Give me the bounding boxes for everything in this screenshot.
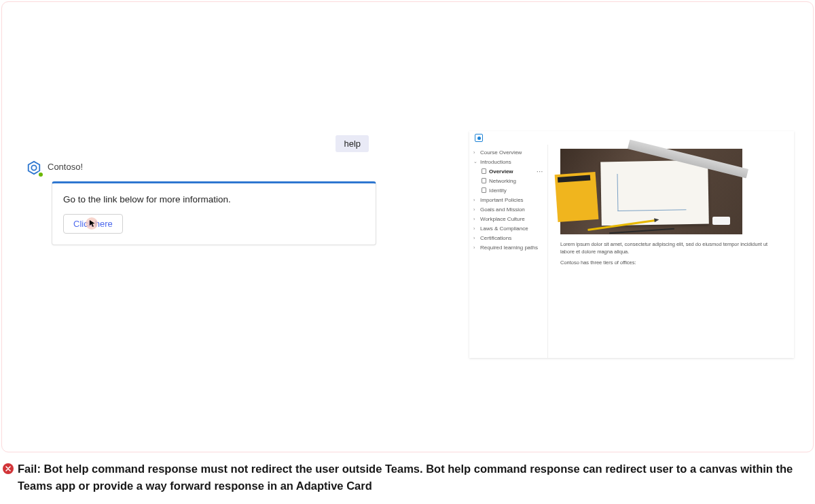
nav-item-networking[interactable]: Networking	[469, 176, 547, 185]
bot-header-row: Contoso!	[26, 160, 386, 176]
nav-item-identity[interactable]: Identity	[469, 185, 547, 195]
nav-item-important-policies[interactable]: ›Important Policies	[469, 195, 547, 204]
nav-item-label: Certifications	[480, 235, 511, 241]
chevron-right-icon: ›	[473, 245, 477, 250]
nav-item-label: Laws & Compliance	[480, 226, 528, 232]
chevron-right-icon: ›	[473, 198, 477, 202]
app-body: ›Course Overview⌄IntroductionsOverview··…	[469, 145, 794, 358]
nav-item-label: Networking	[489, 178, 516, 184]
nav-item-label: Identity	[489, 187, 507, 194]
nav-item-goals-and-mission[interactable]: ›Goals and Mission	[469, 204, 547, 214]
nav-item-label: Course Overview	[480, 149, 522, 156]
fail-icon	[3, 463, 14, 474]
nav-item-certifications[interactable]: ›Certifications	[469, 233, 547, 242]
book-graphic	[555, 172, 599, 222]
nav-item-laws-compliance[interactable]: ›Laws & Compliance	[469, 223, 547, 233]
document-icon	[482, 187, 486, 193]
chevron-right-icon: ›	[473, 226, 477, 231]
card-body-text: Go to the link below for more informatio…	[63, 194, 365, 204]
adaptive-card: Go to the link below for more informatio…	[52, 181, 376, 245]
content-pane: Lorem ipsum dolor sit amet, consectetur …	[548, 145, 794, 358]
caption-text: Fail: Bot help command response must not…	[18, 461, 804, 494]
user-sent-message: help	[336, 135, 369, 152]
example-frame: help Contoso! Go to the link below for m…	[1, 1, 814, 452]
chevron-right-icon: ›	[473, 207, 477, 212]
chevron-right-icon: ›	[473, 217, 477, 221]
presence-available-icon	[37, 171, 44, 178]
nav-item-label: Overview	[489, 168, 513, 175]
nav-sidebar: ›Course Overview⌄IntroductionsOverview··…	[469, 145, 548, 358]
content-line2: Contoso has three tiers of offices:	[560, 259, 782, 266]
nav-item-introductions[interactable]: ⌄Introductions	[469, 157, 547, 166]
chevron-right-icon: ›	[473, 236, 477, 240]
nav-item-required-learning-paths[interactable]: ›Required learning paths	[469, 242, 547, 252]
svg-point-1	[31, 165, 36, 170]
bot-avatar	[26, 160, 42, 176]
chevron-right-icon: ›	[473, 150, 477, 155]
nav-item-label: Required learning paths	[480, 245, 538, 251]
document-icon	[482, 178, 486, 183]
pen-graphic	[609, 228, 674, 234]
nav-item-label: Important Policies	[480, 197, 524, 203]
hero-image	[560, 149, 742, 234]
nav-item-overview[interactable]: Overview···	[469, 166, 547, 176]
chevron-down-icon: ⌄	[473, 159, 477, 164]
bot-name-label: Contoso!	[48, 160, 83, 172]
content-paragraph: Lorem ipsum dolor sit amet, consectetur …	[560, 241, 782, 255]
nav-item-course-overview[interactable]: ›Course Overview	[469, 147, 547, 157]
caption-row: Fail: Bot help command response must not…	[3, 461, 804, 494]
nav-item-label: Introductions	[480, 159, 511, 165]
document-icon	[482, 168, 486, 174]
chart-card-graphic	[600, 160, 709, 226]
chat-panel: help Contoso! Go to the link below for m…	[26, 137, 386, 245]
external-app-window: ›Course Overview⌄IntroductionsOverview··…	[469, 131, 794, 358]
nav-item-workplace-culture[interactable]: ›Workplace Culture	[469, 214, 547, 223]
app-logo-icon	[475, 134, 483, 142]
nav-item-label: Goals and Mission	[480, 206, 525, 213]
nav-item-label: Workplace Culture	[480, 216, 525, 222]
eraser-graphic	[712, 217, 730, 225]
more-icon[interactable]: ···	[537, 168, 543, 175]
click-here-button[interactable]: Click here	[63, 214, 123, 234]
